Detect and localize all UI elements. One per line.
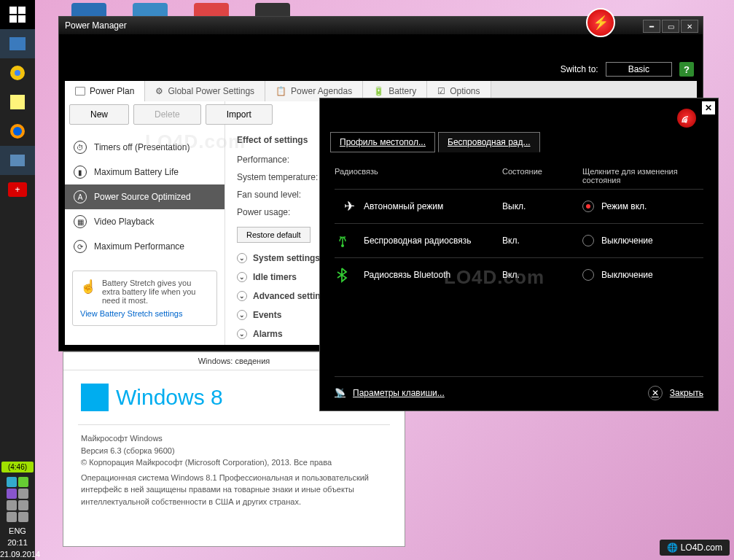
timer-icon: ⏱ — [74, 141, 87, 154]
svg-rect-7 — [10, 95, 25, 109]
about-line-4: Операционная система Windows 8.1 Професс… — [81, 472, 387, 508]
about-line-2: Версия 6.3 (сборка 9600) — [81, 445, 387, 457]
options-icon: ☑ — [437, 86, 445, 96]
close-link[interactable]: ✕ Закрыть — [648, 386, 703, 400]
wifi-icon — [335, 233, 364, 249]
svg-point-6 — [15, 70, 20, 76]
tab-power-plan[interactable]: Power Plan — [65, 81, 145, 101]
maximize-button[interactable]: ▭ — [662, 20, 679, 33]
svg-point-13 — [685, 121, 687, 123]
wireless-radio-window: ✕ Профиль местопол... Беспроводная рад..… — [319, 98, 719, 411]
chevron-down-icon: ⌄ — [237, 291, 247, 301]
taskbar-chrome[interactable] — [0, 58, 35, 88]
system-tray[interactable] — [0, 474, 35, 525]
svg-point-9 — [13, 127, 22, 136]
delete-button[interactable]: Delete — [133, 104, 201, 125]
switch-to-label: Switch to: — [561, 64, 598, 74]
close-button[interactable]: ✕ — [681, 20, 698, 33]
svg-rect-3 — [18, 15, 26, 23]
taskbar-date: 21.09.2014 — [0, 548, 35, 560]
auto-icon: A — [74, 190, 87, 203]
speed-icon: ⟳ — [74, 240, 87, 253]
folder-icon — [75, 87, 85, 96]
watermark: LO4D.com — [444, 266, 544, 289]
overlay-close-button[interactable]: ✕ — [702, 101, 715, 114]
about-line-3: © Корпорация Майкрософт (Microsoft Corpo… — [81, 456, 387, 469]
row-airplane-mode: ✈ Автономный режим Выкл. Режим вкл. — [335, 189, 703, 223]
globe-icon: 🌐 — [667, 542, 678, 553]
battery-icon: 🔋 — [373, 86, 384, 96]
broadcast-icon — [677, 109, 696, 128]
restore-default-button[interactable]: Restore default — [237, 227, 311, 243]
taskbar-battery-time[interactable]: (4:46) — [1, 462, 34, 472]
power-badge-icon: ⚡ — [586, 8, 615, 37]
windows-logo-icon — [81, 384, 109, 411]
start-button[interactable] — [0, 0, 35, 29]
tab-location-profile[interactable]: Профиль местопол... — [330, 132, 435, 152]
svg-text:+: + — [15, 184, 20, 195]
gear-icon: ⚙ — [155, 86, 163, 96]
svg-point-14 — [341, 244, 344, 247]
plan-power-source-optimized[interactable]: APower Source Optimized — [65, 184, 225, 209]
svg-rect-10 — [10, 155, 25, 166]
new-button[interactable]: New — [69, 104, 129, 125]
row-wifi: Беспроводная радиосвязь Вкл. Выключение — [335, 223, 703, 257]
taskbar-notes[interactable] — [0, 88, 35, 117]
chevron-down-icon: ⌄ — [237, 253, 247, 263]
chevron-down-icon: ⌄ — [237, 272, 247, 282]
stretch-icon: ☝ — [80, 279, 96, 305]
airplane-icon: ✈ — [335, 198, 364, 214]
plan-max-performance[interactable]: ⟳Maximum Performance — [65, 234, 225, 259]
taskbar-app-2[interactable] — [0, 146, 35, 175]
taskbar-app-1[interactable] — [0, 29, 35, 58]
svg-rect-4 — [9, 37, 26, 50]
toggle-airplane[interactable] — [582, 201, 594, 212]
taskbar-firefox[interactable] — [0, 117, 35, 146]
toggle-bluetooth[interactable] — [582, 269, 594, 281]
chevron-down-icon: ⌄ — [237, 310, 247, 320]
calendar-icon: 📋 — [276, 86, 286, 96]
battery-icon: ▮ — [74, 166, 87, 179]
film-icon: ▦ — [74, 215, 87, 228]
lo4d-badge: 🌐 LO4D.com — [660, 540, 730, 556]
minimize-button[interactable]: ━ — [643, 20, 660, 33]
close-icon: ✕ — [648, 386, 663, 400]
wireless-table-header: Радиосвязь Состояние Щелкните для измене… — [335, 167, 703, 184]
taskbar-lang[interactable]: ENG — [0, 525, 35, 537]
antenna-icon: 📡 — [335, 388, 345, 398]
tab-wireless-radio[interactable]: Беспроводная рад... — [438, 132, 540, 152]
plan-max-battery[interactable]: ▮Maximum Battery Life — [65, 160, 225, 184]
watermark: LO4D.com — [145, 131, 246, 153]
svg-rect-2 — [9, 15, 17, 23]
svg-rect-1 — [18, 7, 26, 14]
hotkey-params-link[interactable]: 📡 Параметры клавиши... — [335, 388, 445, 398]
chevron-down-icon: ⌄ — [237, 329, 247, 339]
toggle-wifi[interactable] — [582, 235, 594, 246]
tab-global-settings[interactable]: ⚙Global Power Settings — [145, 81, 265, 101]
taskbar: + (4:46) ENG 20:11 21.09.2014 — [0, 0, 35, 560]
view-battery-stretch-link[interactable]: View Battery Stretch settings — [80, 309, 209, 318]
switch-basic-button[interactable]: Basic — [606, 62, 672, 77]
import-button[interactable]: Import — [206, 104, 273, 125]
taskbar-power-icon[interactable]: + — [0, 175, 35, 204]
bluetooth-icon — [335, 267, 364, 283]
svg-rect-0 — [9, 7, 17, 14]
about-line-1: Майкрософт Windows — [81, 432, 387, 445]
help-icon[interactable]: ? — [679, 62, 694, 77]
battery-stretch-box: ☝ Battery Stretch gives you extra batter… — [72, 271, 217, 326]
plan-video-playback[interactable]: ▦Video Playback — [65, 209, 225, 234]
taskbar-clock[interactable]: 20:11 — [0, 537, 35, 548]
